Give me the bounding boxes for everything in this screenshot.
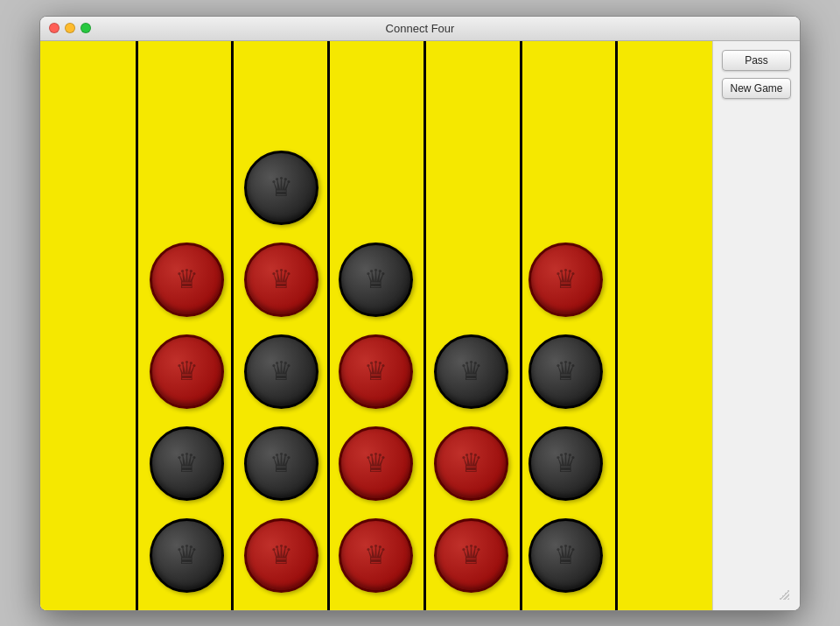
cell-0-1[interactable]	[139, 50, 234, 142]
piece-black-4-2	[244, 426, 318, 501]
cell-1-6[interactable]	[613, 142, 708, 234]
cell-5-3[interactable]	[329, 510, 424, 601]
cell-5-2[interactable]	[234, 510, 329, 601]
pieces-grid	[40, 41, 712, 610]
cell-4-5[interactable]	[518, 418, 612, 510]
titlebar: Connect Four	[40, 17, 800, 41]
piece-red-3-1	[150, 334, 224, 409]
piece-red-2-1	[150, 243, 224, 317]
cell-4-3[interactable]	[329, 418, 424, 510]
resize-handle[interactable]	[779, 589, 789, 600]
cell-1-1[interactable]	[139, 142, 234, 234]
app-window: Connect Four Pass New Game	[39, 16, 801, 611]
pass-button[interactable]: Pass	[722, 50, 791, 71]
cell-2-3[interactable]	[329, 234, 424, 326]
piece-red-2-5	[528, 243, 603, 317]
cell-5-0[interactable]	[45, 510, 139, 601]
cell-5-1[interactable]	[139, 510, 234, 601]
piece-black-2-3	[339, 243, 413, 317]
piece-black-5-5	[528, 518, 603, 593]
cell-0-6[interactable]	[613, 50, 708, 142]
cell-2-1[interactable]	[139, 234, 234, 326]
cell-2-2[interactable]	[234, 234, 329, 326]
cell-3-3[interactable]	[329, 326, 424, 418]
piece-red-4-4	[434, 426, 508, 501]
window-content: Pass New Game	[40, 41, 800, 610]
cell-0-5[interactable]	[518, 50, 612, 142]
cell-3-2[interactable]	[234, 326, 329, 418]
cell-2-4[interactable]	[424, 234, 518, 326]
piece-red-5-3	[339, 518, 413, 593]
cell-2-6[interactable]	[613, 234, 708, 326]
cell-4-0[interactable]	[45, 418, 139, 510]
cell-5-6[interactable]	[613, 510, 708, 601]
cell-1-0[interactable]	[45, 142, 139, 234]
piece-red-5-2	[244, 518, 318, 593]
piece-black-5-1	[150, 518, 224, 593]
cell-3-6[interactable]	[613, 326, 708, 418]
cell-4-2[interactable]	[234, 418, 329, 510]
traffic-lights	[49, 23, 91, 33]
cell-3-4[interactable]	[424, 326, 518, 418]
cell-0-3[interactable]	[329, 50, 424, 142]
cell-1-3[interactable]	[329, 142, 424, 234]
new-game-button[interactable]: New Game	[722, 78, 791, 99]
cell-3-1[interactable]	[139, 326, 234, 418]
window-title: Connect Four	[386, 22, 455, 35]
cell-1-4[interactable]	[424, 142, 518, 234]
piece-black-4-1	[150, 426, 224, 501]
cell-1-5[interactable]	[518, 142, 612, 234]
cell-4-6[interactable]	[613, 418, 708, 510]
cell-5-4[interactable]	[424, 510, 518, 601]
piece-black-3-4	[434, 334, 508, 409]
cell-2-0[interactable]	[45, 234, 139, 326]
piece-red-3-3	[339, 334, 413, 409]
maximize-button[interactable]	[80, 23, 91, 33]
cell-0-4[interactable]	[424, 50, 518, 142]
piece-black-3-5	[528, 334, 603, 409]
sidebar: Pass New Game	[712, 41, 800, 610]
cell-3-5[interactable]	[518, 326, 612, 418]
piece-red-5-4	[434, 518, 508, 593]
cell-3-0[interactable]	[45, 326, 139, 418]
close-button[interactable]	[49, 23, 60, 33]
piece-black-4-5	[528, 426, 603, 501]
cell-4-4[interactable]	[424, 418, 518, 510]
cell-1-2[interactable]	[234, 142, 329, 234]
cell-0-0[interactable]	[45, 50, 139, 142]
piece-red-2-2	[244, 243, 318, 317]
cell-5-5[interactable]	[518, 510, 612, 601]
cell-0-2[interactable]	[234, 50, 329, 142]
piece-red-4-3	[339, 426, 413, 501]
cell-2-5[interactable]	[518, 234, 612, 326]
piece-black-3-2	[244, 334, 318, 409]
game-board[interactable]	[40, 41, 712, 610]
cell-4-1[interactable]	[139, 418, 234, 510]
minimize-button[interactable]	[65, 23, 75, 33]
piece-black-1-2	[244, 151, 318, 225]
